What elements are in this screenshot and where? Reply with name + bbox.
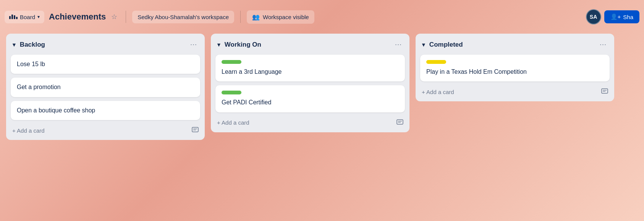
svg-rect-0 — [192, 127, 198, 132]
people-icon: 👥 — [252, 13, 260, 21]
column-title-working-on: Working On — [225, 41, 390, 49]
column-working-on: ▼Working On···Learn a 3rd LanguageGet PA… — [211, 34, 409, 132]
workspace-button[interactable]: Sedky Abou-Shamalah's workspace — [132, 11, 234, 23]
card-text-c4: Learn a 3rd Language — [222, 68, 399, 76]
add-card-row-backlog[interactable]: + Add a card — [11, 124, 200, 135]
card-text-c6: Play in a Texas Hold Em Competition — [426, 68, 604, 76]
workspace-visible-button[interactable]: 👥 Workspace visible — [247, 10, 314, 24]
card-text-c2: Get a promotion — [17, 83, 194, 91]
share-button[interactable]: 👤+ Sha — [604, 10, 639, 23]
card-text-c1: Lose 15 lb — [17, 60, 194, 68]
card-c2[interactable]: Get a promotion — [11, 78, 200, 97]
bar1 — [9, 16, 11, 19]
column-menu-completed[interactable]: ··· — [597, 40, 609, 49]
svg-rect-6 — [602, 89, 608, 93]
card-label-c6 — [426, 60, 446, 64]
add-card-button-backlog[interactable]: + Add a card — [12, 127, 45, 134]
column-header-completed: ▼Completed··· — [420, 38, 610, 51]
column-menu-working-on[interactable]: ··· — [393, 40, 404, 49]
page-title: Achievements — [49, 12, 106, 22]
card-c3[interactable]: Open a boutique coffee shop — [11, 101, 200, 120]
share-label: Sha — [623, 14, 633, 20]
card-c6[interactable]: Play in a Texas Hold Em Competition — [420, 55, 610, 81]
card-text-c3: Open a boutique coffee shop — [17, 106, 194, 115]
person-plus-icon: 👤+ — [610, 13, 621, 20]
column-title-completed: Completed — [429, 41, 594, 49]
board: ▼Backlog···Lose 15 lbGet a promotionOpen… — [0, 34, 644, 221]
collapse-button-working-on[interactable]: ▼ — [216, 42, 222, 48]
add-card-button-working-on[interactable]: + Add a card — [217, 119, 249, 126]
card-c1[interactable]: Lose 15 lb — [11, 55, 200, 74]
avatar[interactable]: SA — [586, 9, 601, 24]
board-icon — [9, 15, 18, 19]
add-card-row-completed[interactable]: + Add a card — [420, 85, 610, 97]
collapse-button-backlog[interactable]: ▼ — [11, 42, 17, 48]
collapse-button-completed[interactable]: ▼ — [421, 42, 426, 48]
card-text-c5: Get PADI Certified — [222, 98, 399, 107]
card-template-icon-completed[interactable] — [601, 88, 608, 95]
bar4 — [16, 17, 18, 19]
board-label: Board — [20, 14, 35, 20]
bar3 — [14, 15, 15, 19]
column-header-backlog: ▼Backlog··· — [11, 38, 200, 51]
card-template-icon-working-on[interactable] — [396, 119, 403, 126]
visibility-label: Workspace visible — [263, 14, 309, 20]
column-backlog: ▼Backlog···Lose 15 lbGet a promotionOpen… — [6, 34, 205, 140]
card-c4[interactable]: Learn a 3rd Language — [215, 55, 405, 81]
header: Board ▾ Achievements ☆ Sedky Abou-Shamal… — [0, 0, 644, 34]
add-card-row-working-on[interactable]: + Add a card — [215, 116, 405, 128]
add-card-button-completed[interactable]: + Add a card — [422, 89, 454, 95]
card-label-c4 — [222, 60, 241, 64]
divider — [126, 11, 126, 23]
svg-rect-3 — [397, 120, 403, 124]
chevron-down-icon: ▾ — [37, 14, 40, 20]
bar2 — [11, 15, 13, 19]
card-label-c5 — [222, 91, 241, 94]
divider2 — [240, 11, 241, 23]
workspace-label: Sedky Abou-Shamalah's workspace — [138, 14, 229, 20]
column-completed: ▼Completed···Play in a Texas Hold Em Com… — [416, 34, 614, 101]
column-header-working-on: ▼Working On··· — [215, 38, 405, 51]
board-view-button[interactable]: Board ▾ — [5, 11, 44, 23]
column-title-backlog: Backlog — [20, 41, 185, 49]
star-button[interactable]: ☆ — [109, 10, 120, 23]
card-c5[interactable]: Get PADI Certified — [215, 85, 405, 112]
card-template-icon-backlog[interactable] — [192, 127, 199, 134]
column-menu-backlog[interactable]: ··· — [188, 40, 199, 49]
